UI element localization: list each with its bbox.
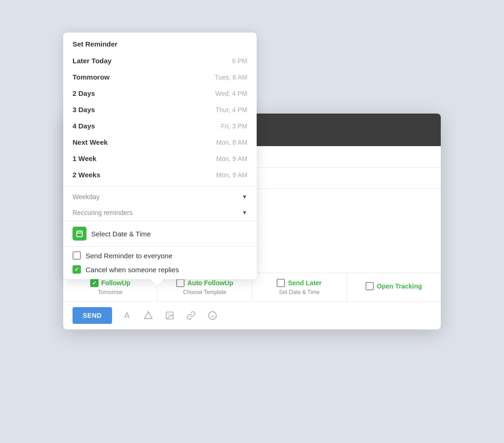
weekday-chevron-icon: ▼ [242, 194, 247, 200]
recurring-reminders-dropdown[interactable]: Reccuring reminders ▼ [63, 205, 257, 221]
reminder-checks-section: Send Reminder to everyone Cancel when so… [63, 246, 257, 275]
tab-sendlater[interactable]: Send Later Set Date & Time [252, 273, 347, 301]
reminder-popup: Set Reminder Later Today 6 PM Tommorow T… [63, 33, 257, 279]
reminder-row-2weeks[interactable]: 2 Weeks Mon, 9 AM [63, 167, 257, 183]
reminder-row-3days[interactable]: 3 Days Thur, 4 PM [63, 101, 257, 118]
send-reminder-everyone-row[interactable]: Send Reminder to everyone [73, 251, 247, 260]
send-actions-bar: SEND A [63, 301, 441, 329]
recurring-chevron-icon: ▼ [242, 209, 247, 216]
send-reminder-everyone-checkbox[interactable] [73, 251, 81, 260]
svg-point-2 [168, 314, 169, 315]
followup-checked-icon [90, 279, 99, 287]
drive-icon[interactable] [142, 309, 155, 322]
emoji-icon[interactable] [206, 309, 219, 322]
reminder-row-tomorrow[interactable]: Tommorow Tues, 8 AM [63, 69, 257, 85]
weekday-dropdown[interactable]: Weekday ▼ [63, 189, 257, 205]
opentracking-check-icon [365, 282, 374, 290]
reminder-popup-title: Set Reminder [63, 33, 257, 53]
sendlater-check-icon [277, 279, 285, 287]
image-icon[interactable] [163, 309, 176, 322]
autofollowup-check-icon [176, 279, 185, 287]
cancel-when-replied-checkbox[interactable] [73, 265, 81, 274]
svg-rect-6 [77, 231, 82, 237]
cancel-when-replied-row[interactable]: Cancel when someone replies [73, 265, 247, 274]
send-button[interactable]: SEND [73, 307, 112, 324]
select-date-time-button[interactable]: Select Date & Time [63, 221, 257, 246]
reminder-row-later-today[interactable]: Later Today 6 PM [63, 53, 257, 69]
reminder-row-4days[interactable]: 4 Days Fri, 3 PM [63, 118, 257, 134]
font-icon[interactable]: A [120, 309, 133, 322]
reminder-row-1week[interactable]: 1 Week Mon, 9 AM [63, 150, 257, 167]
svg-marker-0 [145, 312, 153, 319]
svg-point-3 [209, 312, 217, 320]
reminder-row-2days[interactable]: 2 Days Wed, 4 PM [63, 85, 257, 101]
link-icon[interactable] [185, 309, 198, 322]
tab-opentracking[interactable]: Open Tracking [347, 273, 441, 301]
calendar-icon [73, 227, 86, 241]
reminder-row-next-week[interactable]: Next Week Mon, 8 AM [63, 134, 257, 150]
email-window: New Message .com call yesterday. I want … [63, 114, 441, 329]
